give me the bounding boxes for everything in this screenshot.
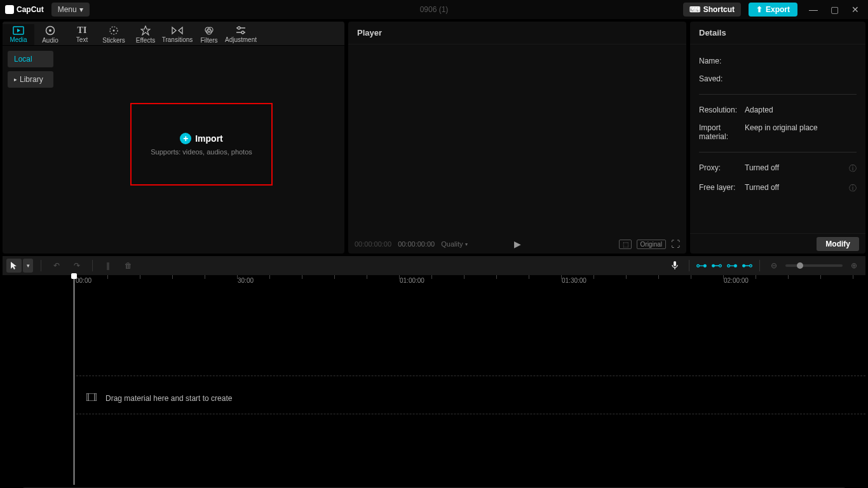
detail-resolution-value: Adapted [745,105,857,114]
detail-import-material-value: Keep in original place [745,123,857,132]
titlebar: CapCut Menu ▾ 0906 (1) ⌨ Shortcut ⬆ Expo… [0,0,868,19]
player-viewport[interactable] [348,44,686,234]
media-tab-strip: Media Audio TI Text Stickers [3,22,344,46]
details-panel: Details Name: Saved: Resolution: Adapted… [690,22,865,254]
svg-rect-15 [86,393,97,401]
svg-point-10 [238,27,240,29]
zoom-in-button[interactable]: ⊕ [846,259,862,273]
delete-button[interactable]: 🗑 [121,259,136,273]
app-logo: CapCut [5,5,44,14]
tab-text[interactable]: TI Text [66,24,98,45]
tab-label: Text [76,36,88,43]
app-name: CapCut [17,5,44,14]
detail-proxy-label: Proxy: [699,163,745,172]
split-button[interactable]: ‖ [100,259,116,273]
zoom-slider[interactable] [785,264,843,267]
track-toggle-1[interactable]: ⊶ [696,259,707,273]
track-toggle-4[interactable]: ⊷ [742,259,753,273]
sidebar-item-local[interactable]: Local [8,51,53,67]
import-dropzone[interactable]: + Import Supports: videos, audios, photo… [130,103,273,186]
svg-point-3 [49,29,51,32]
minimize-button[interactable]: — [809,4,818,15]
ruler-mark: 00:00 [76,277,92,284]
tab-stickers[interactable]: Stickers [98,24,130,45]
undo-button[interactable]: ↶ [49,259,64,273]
tab-label: Filters [200,37,217,44]
detail-resolution-label: Resolution: [699,105,745,114]
filters-icon [204,25,214,36]
player-panel: Player 00:00:00:00 00:00:00:00 Quality ▾… [348,22,686,254]
tab-label: Transitions [162,36,193,43]
cursor-tool[interactable] [6,259,22,273]
player-time-total: 00:00:00:00 [398,240,435,248]
sidebar-item-library[interactable]: ▸ Library [8,71,53,88]
zoom-out-button[interactable]: ⊖ [766,259,782,273]
timeline-drop-hint: Drag material here and start to create [86,393,232,403]
timeline-tracks[interactable]: Drag material here and start to create [3,288,865,485]
close-button[interactable]: ✕ [851,4,859,15]
media-panel: Media Audio TI Text Stickers [3,22,344,254]
adjustment-icon [236,26,246,35]
track-toggle-2[interactable]: ⊷ [711,259,722,273]
play-button[interactable]: ▶ [514,239,521,249]
plus-icon: + [180,133,191,144]
scale-ratio-button[interactable]: ⬚ [619,240,632,249]
import-label: Import [195,133,223,144]
detail-saved-label: Saved: [699,74,738,83]
tab-filters[interactable]: Filters [193,24,225,45]
timeline: 00:00 30:00 01:00:00 01:30:00 02:00:00 [3,275,865,488]
fullscreen-icon[interactable]: ⛶ [671,239,680,249]
media-sidebar: Local ▸ Library [3,46,58,254]
audio-icon [45,25,55,36]
svg-point-5 [113,30,115,32]
shortcut-label: Shortcut [703,5,735,14]
tab-label: Audio [42,37,58,44]
tab-label: Adjustment [225,36,257,43]
mic-record-button[interactable] [667,259,682,273]
tab-label: Effects [136,37,155,44]
ratio-original-button[interactable]: Original [637,240,666,249]
chevron-down-icon: ▾ [79,5,83,14]
track-toggle-3[interactable]: ⊶ [726,259,738,273]
svg-rect-13 [674,261,676,266]
modify-button[interactable]: Modify [817,237,859,251]
timeline-ruler[interactable]: 00:00 30:00 01:00:00 01:30:00 02:00:00 [3,275,865,288]
effects-icon [140,25,151,36]
tab-transitions[interactable]: Transitions [161,24,193,45]
stickers-icon [109,25,119,36]
info-icon[interactable]: ⓘ [849,183,857,194]
media-icon [13,26,24,35]
tab-label: Stickers [102,37,125,44]
text-icon: TI [78,26,87,35]
timeline-hint-text: Drag material here and start to create [105,394,232,403]
project-title: 0906 (1) [420,5,449,14]
detail-proxy-value: Turned off [745,163,849,172]
zoom-handle[interactable] [797,262,803,269]
cursor-dropdown[interactable]: ▾ [23,259,33,273]
sidebar-label: Library [20,75,43,84]
menu-label: Menu [58,5,77,14]
tab-media[interactable]: Media [3,24,34,45]
ruler-mark: 01:30:00 [562,277,587,284]
export-button[interactable]: ⬆ Export [749,3,797,17]
detail-import-material-label: Import material: [699,123,745,141]
chevron-down-icon: ▾ [465,241,468,247]
export-label: Export [766,5,790,14]
quality-dropdown[interactable]: Quality ▾ [441,240,467,248]
redo-button[interactable]: ↷ [69,259,85,273]
transitions-icon [172,26,183,35]
menu-button[interactable]: Menu ▾ [51,3,90,17]
player-time-current: 00:00:00:00 [355,240,391,248]
capcut-icon [5,5,14,14]
detail-freelayer-label: Free layer: [699,183,745,192]
tab-adjustment[interactable]: Adjustment [225,24,257,45]
detail-name-label: Name: [699,57,738,65]
tab-audio[interactable]: Audio [34,24,66,45]
details-header: Details [690,22,865,44]
shortcut-button[interactable]: ⌨ Shortcut [683,3,741,17]
maximize-button[interactable]: ▢ [831,4,839,15]
detail-freelayer-value: Turned off [745,183,849,192]
tab-effects[interactable]: Effects [130,24,161,45]
tab-label: Media [10,36,27,43]
info-icon[interactable]: ⓘ [849,163,857,174]
